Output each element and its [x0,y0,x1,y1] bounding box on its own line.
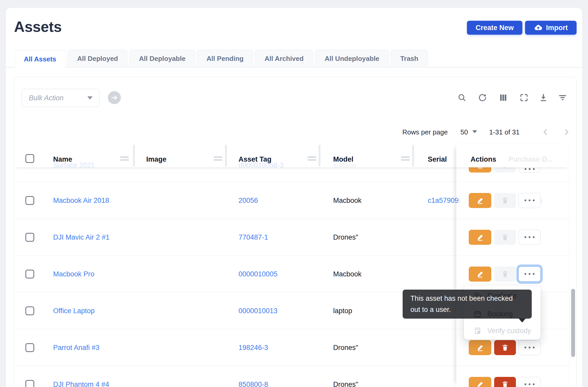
apply-bulk-action-button[interactable] [108,91,121,104]
page-title: Assets [14,18,62,35]
column-header-model: Model [333,155,353,163]
tooltip-text: This asset has not been checked out to a… [410,295,513,313]
download-icon[interactable] [539,93,548,102]
column-separator[interactable] [225,145,227,167]
cloud-upload-icon [534,23,543,32]
column-drag-handle[interactable] [401,156,410,162]
tab-all-undeployable[interactable]: All Undeployable [315,50,389,68]
rows-per-page-label: Rows per page [402,128,448,136]
asset-tag-link[interactable]: 770487-1 [239,233,268,241]
ellipsis-icon [524,236,535,238]
asset-model: Drones" [333,343,358,352]
filter-icon[interactable] [558,93,567,102]
row-checkbox[interactable] [25,233,34,242]
column-drag-handle[interactable] [214,156,222,162]
more-actions-button[interactable] [519,377,541,387]
select-all-checkbox[interactable] [25,154,34,163]
edit-asset-button[interactable] [469,230,491,245]
asset-name-link[interactable]: Macbook Air 2018 [53,196,109,204]
edit-asset-button[interactable] [469,193,491,208]
tooltip-caret [519,318,526,322]
row-checkbox[interactable] [25,306,34,315]
tab-all-deployed[interactable]: All Deployed [68,50,128,68]
app-screen: Assets Create New Import All Assets All … [0,0,588,387]
asset-name-link[interactable]: DJI Mavic Air 2 #1 [53,233,110,241]
row-checkbox[interactable] [25,196,34,205]
column-header-serial: Serial [428,155,447,163]
menu-item-label: Verify custody [487,327,531,335]
tab-all-deployable[interactable]: All Deployable [129,50,195,68]
table-row: Macbook Air 2018 20056 Macbook c1a57909 … [14,182,569,219]
column-header-name: Name [53,155,72,163]
fullscreen-icon[interactable] [519,93,529,102]
ellipsis-icon [524,347,535,348]
column-header-asset-tag: Asset Tag [239,155,271,163]
row-checkbox[interactable] [25,380,34,387]
tab-all-pending[interactable]: All Pending [197,50,253,68]
table-row: DJI Phantom 4 #4 850800-8 Drones" [14,366,569,387]
vertical-scrollbar-thumb[interactable] [571,289,575,357]
edit-asset-button[interactable] [469,340,491,355]
column-header-image: Image [146,155,166,163]
column-header-actions: Actions [471,155,496,163]
refresh-icon[interactable] [478,93,487,102]
asset-name-link[interactable]: DJI Phantom 4 #4 [53,380,109,387]
delete-asset-button [494,230,516,245]
edit-asset-button[interactable] [469,377,491,387]
more-actions-button[interactable] [519,230,541,245]
asset-tag-link[interactable]: 198246-3 [239,343,268,352]
more-actions-button[interactable] [519,340,541,355]
column-separator[interactable] [133,145,135,167]
table-right-edge [569,144,570,387]
asset-model: Drones" [333,380,358,387]
pagination-range: 1-31 of 31 [489,128,520,136]
asset-name-link[interactable]: Office Laptop [53,307,95,315]
column-separator[interactable] [319,145,320,167]
search-icon[interactable] [457,93,467,102]
ghost-serial-text: -3 [454,196,461,204]
row-checkbox[interactable] [25,343,34,352]
asset-serial-link[interactable]: c1a57909 [428,196,459,204]
custody-icon [474,327,481,335]
asset-model: laptop [333,307,352,315]
asset-tag-link[interactable]: 20056 [239,196,258,204]
columns-icon[interactable] [499,93,508,102]
asset-tag-link[interactable]: 0000010013 [239,307,277,315]
rows-per-page-caret-icon[interactable] [472,130,477,133]
column-drag-handle[interactable] [307,156,316,162]
table-header: Surface 2021 d000010056-3 surface Name I… [14,144,569,167]
asset-name-link[interactable]: Parrot Anafi #3 [53,343,100,352]
bulk-action-placeholder: Bulk Action [29,94,64,102]
ellipsis-icon [524,383,535,385]
import-button[interactable]: Import [525,21,577,35]
delete-asset-button[interactable] [494,377,516,387]
import-label: Import [546,24,568,32]
chevron-down-icon [87,96,93,99]
asset-model: Macbook [333,196,362,204]
arrow-right-icon [110,94,118,102]
bulk-action-select[interactable]: Bulk Action [22,89,100,107]
create-new-button[interactable]: Create New [467,21,522,35]
asset-model: Macbook [333,270,362,278]
ellipsis-icon [524,273,535,275]
tab-all-assets[interactable]: All Assets [14,50,66,68]
asset-tag-link[interactable]: 0000010005 [239,270,277,278]
tab-trash[interactable]: Trash [391,50,428,68]
delete-asset-button [494,193,516,208]
previous-page-button[interactable] [541,127,550,137]
rows-per-page-value[interactable]: 50 [460,128,468,136]
more-actions-button[interactable] [519,193,541,208]
more-actions-button-focused[interactable] [519,267,541,282]
column-drag-handle[interactable] [120,156,129,162]
column-separator[interactable] [412,145,414,167]
tab-all-archived[interactable]: All Archived [255,50,313,68]
asset-tag-link[interactable]: 850800-8 [239,380,268,387]
table-row: DJI Mavic Air 2 #1 770487-1 Drones" [14,219,569,256]
edit-asset-button[interactable] [469,267,491,282]
delete-asset-button[interactable] [494,340,516,355]
row-checkbox[interactable] [25,270,34,278]
asset-model: Drones" [333,233,358,241]
next-page-button[interactable] [562,127,571,137]
asset-name-link[interactable]: Macbook Pro [53,270,94,278]
tooltip: This asset has not been checked out to a… [403,290,532,319]
